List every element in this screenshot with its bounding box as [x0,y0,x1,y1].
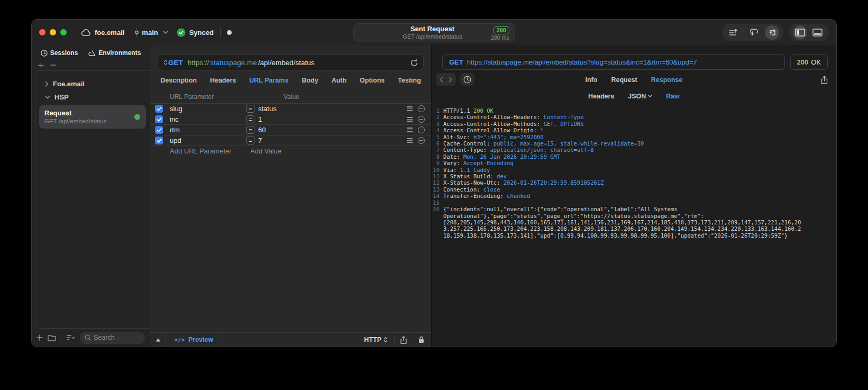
remove-param-button[interactable] [418,116,425,123]
request-url-bar[interactable]: GET https://statuspage.me/api/embed/stat… [158,55,424,70]
param-name-input[interactable]: slug [163,105,246,113]
sessions-tree-panel: Foe.email HSP Request GET /api/embed/sta… [35,70,150,329]
branch-selector[interactable]: main [134,28,168,37]
layout-button-group [789,24,829,41]
search-input[interactable] [94,334,140,341]
param-options-icon[interactable] [407,117,413,121]
sidebar-footer-divider [61,334,61,342]
line-number: 12 [432,179,443,186]
line-text: Cache-Control: public, max-age=15, stale… [443,140,803,147]
line-number: 9 [432,160,443,166]
line-text: Access-Control-Allow-Methods: GET, OPTIO… [443,121,803,127]
line-number: 4 [432,127,443,133]
synced-check-icon [177,28,186,37]
remove-param-button[interactable] [418,105,425,112]
response-tab-request[interactable]: Request [611,76,637,84]
param-options-icon[interactable] [407,138,413,142]
remove-session-button[interactable] [50,64,56,66]
sidebar-request-item[interactable]: Request GET /api/embed/status [39,105,146,129]
sidebar-search[interactable] [80,332,145,344]
toggle-sidebar-icon[interactable] [793,25,807,40]
request-tab-description[interactable]: Description [160,77,197,84]
param-enabled-checkbox[interactable] [155,137,163,144]
line-number: 11 [432,173,443,179]
response-subtab-json[interactable]: JSON [628,93,652,100]
share-icon[interactable] [395,336,413,344]
code-segment: Date: [443,153,463,160]
request-tab-headers[interactable]: Headers [210,77,236,84]
resend-refresh-icon[interactable] [410,59,418,67]
sync-status[interactable]: Synced [177,28,214,37]
cloud-icon [81,29,91,36]
tree-item-hsp[interactable]: HSP [35,90,150,104]
toggle-bottom-panel-icon[interactable] [810,25,825,40]
line-text: Date: Mon, 26 Jan 2026 20:29:59 GMT [443,153,803,160]
forward-icon[interactable] [449,77,452,83]
response-line: 2Access-Control-Allow-Headers: Content-T… [432,114,836,120]
method-selector[interactable]: GET [163,59,183,67]
request-tab-body[interactable]: Body [301,77,318,84]
add-param-name-placeholder[interactable]: Add URL Parameter [155,147,246,155]
add-param-value-placeholder[interactable]: Add Value [246,147,425,155]
request-status-pill[interactable]: Sent Request GET /api/embed/status 200 2… [353,23,515,42]
request-tab-url-params[interactable]: URL Params [249,77,288,84]
back-icon[interactable] [440,77,443,83]
expand-console-button[interactable] [150,333,166,347]
response-line: 3Access-Control-Allow-Methods: GET, OPTI… [432,121,836,127]
param-options-icon[interactable] [407,106,413,111]
param-enabled-checkbox[interactable] [155,126,163,134]
link-arrows-icon[interactable] [747,25,762,40]
param-name-input[interactable]: rtm [163,126,246,134]
sort-lines-icon[interactable] [726,25,741,40]
param-value-input[interactable]: 7 [254,137,407,144]
url-path: /api/embed/status [258,59,315,67]
line-text: Via: 1.1 Caddy [443,167,803,173]
tree-item-foe-email[interactable]: Foe.email [35,77,150,90]
remove-param-button[interactable] [418,137,425,144]
send-loop-icon[interactable] [765,25,779,40]
param-options-icon[interactable] [407,128,413,132]
preview-toggle[interactable]: </> Preview [166,333,222,347]
close-window-button[interactable] [39,29,45,35]
list-filter-icon[interactable] [66,334,75,341]
response-tab-info[interactable]: Info [586,76,598,84]
remove-param-button[interactable] [418,126,425,133]
tab-sessions-label: Sessions [50,49,78,57]
response-body[interactable]: 1HTTP/1.1 200 OK2Access-Control-Allow-He… [432,103,836,347]
minimize-window-button[interactable] [50,29,56,35]
tab-environments[interactable]: Environments [88,49,141,57]
response-line: 12X-Status-Now-Utc: 2026-01-26T20:29:59.… [432,179,836,186]
response-line: 4Access-Control-Allow-Origin: * [432,127,836,133]
format-selector[interactable]: HTTP [364,336,394,343]
project-menu[interactable]: foe.email [81,29,124,37]
history-clock-button[interactable] [460,73,474,86]
response-tab-response[interactable]: Response [651,76,683,84]
add-folder-icon[interactable] [48,334,56,341]
response-subtab-raw[interactable]: Raw [666,93,680,100]
zoom-window-button[interactable] [60,29,67,35]
export-share-icon[interactable] [821,76,828,84]
param-value-input[interactable]: 60 [254,126,407,134]
add-session-button[interactable] [38,62,44,68]
add-request-button[interactable] [36,334,43,341]
lock-icon[interactable] [413,336,431,343]
param-value-input[interactable]: 1 [254,115,407,123]
param-name-input[interactable]: upd [163,137,246,144]
code-segment: Transfer-Encoding: [443,193,507,199]
code-segment: Alt-Svc: [443,134,473,140]
sidebar-tabs: Sessions Environments [32,45,150,61]
tab-sessions[interactable]: Sessions [41,49,78,57]
response-line: 1HTTP/1.1 200 OK [432,107,836,114]
param-name-input[interactable]: inc [163,115,246,123]
add-param-row[interactable]: Add URL Parameter Add Value [150,146,431,156]
param-value-input[interactable]: status [254,105,407,113]
request-tab-testing[interactable]: Testing [398,77,421,84]
param-enabled-checkbox[interactable] [155,105,163,113]
request-tab-options[interactable]: Options [360,77,385,84]
traffic-lights [39,29,67,35]
param-enabled-checkbox[interactable] [155,115,163,123]
code-segment: Accept-Encoding [463,160,514,166]
response-subtab-headers[interactable]: Headers [588,93,614,100]
sent-request-url[interactable]: GET https://statuspage.me/api/embed/stat… [442,55,785,70]
request-tab-auth[interactable]: Auth [332,77,346,84]
